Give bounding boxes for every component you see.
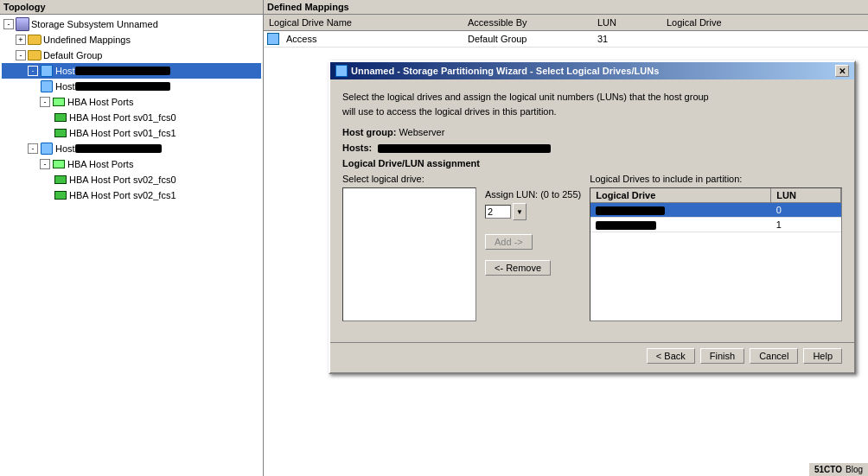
desc-line1: Select the logical drives and assign the… [342,92,709,102]
tree-node-hba-port3[interactable]: HBA Host Port sv02_fcs0 [2,172,261,187]
help-button[interactable]: Help [803,348,842,364]
topology-panel: Topology - Storage Subsystem Unnamed + U… [0,0,264,476]
expand-host2[interactable]: - [28,143,38,154]
expand-undefined[interactable]: + [16,35,26,45]
watermark-blog: Blog [846,465,863,474]
expand-host1[interactable]: - [28,66,38,76]
expand-default[interactable]: - [16,50,26,60]
hba-port3-label: HBA Host Port sv02_fcs0 [69,175,176,185]
hosts-field: Hosts: [342,143,842,153]
select-drive-label: Select logical drive: [342,174,476,184]
dialog-footer: < Back Finish Cancel Help [330,342,854,372]
drive-select-area: Select logical drive: [342,174,476,321]
partition-row-1[interactable]: 0 [590,203,840,218]
host1-redacted [75,67,170,75]
lun-combo[interactable]: ▼ [485,203,527,220]
default-group-label: Default Group [43,50,102,60]
host2-label: Host [55,143,75,154]
access-lun: 31 [592,33,661,45]
partition-table: Logical Drive LUN 0 [590,188,841,232]
host-icon-1d [40,79,54,93]
storage-label: Storage Subsystem Unnamed [31,19,158,29]
hba-port-icon-3 [54,173,67,187]
hosts-label: Hosts: [342,143,372,153]
partition-row-2[interactable]: 1 [590,218,840,232]
col-header-lun: LUN [592,16,661,29]
access-accessible-by: Default Group [463,33,592,45]
add-button[interactable]: Add -> [485,234,533,250]
host-group-field: Host group: Webserver [342,127,842,137]
partition-row2-drive [590,218,771,232]
dialog-title-icon [335,65,348,77]
tree-node-hba-ports1[interactable]: - HBA Host Ports [2,94,261,110]
expand-hba2[interactable]: - [40,159,50,169]
hba-port-icon-1 [54,111,67,124]
tree-node-hba-port1[interactable]: HBA Host Port sv01_fcs0 [2,110,261,125]
host-group-value-text: Webserver [399,127,444,137]
dialog-description: Select the logical drives and assign the… [342,90,842,118]
partition-label: Logical Drives to include in partition: [590,174,842,184]
watermark: 51CTO Blog [809,463,868,476]
remove-button[interactable]: <- Remove [485,260,551,276]
dialog-titlebar: Unnamed - Storage Partitioning Wizard - … [330,62,854,79]
mappings-row-access[interactable]: Access Default Group 31 [264,31,868,48]
tree-node-default-group[interactable]: - Default Group [2,48,261,63]
hba-port1-label: HBA Host Port sv01_fcs0 [69,112,176,123]
storage-icon [16,17,29,31]
finish-button[interactable]: Finish [700,348,744,364]
dialog-close-button[interactable]: ✕ [835,65,849,77]
host1d-redacted [75,82,170,91]
hba-port-icon-4 [54,188,67,202]
hosts-value-redacted [374,143,551,153]
tree-node-host1[interactable]: - Host [2,63,261,79]
tree-node-host1-detail[interactable]: Host [2,79,261,94]
hba-ports1-label: HBA Host Ports [67,97,133,107]
tree-node-undefined[interactable]: + Undefined Mappings [2,32,261,48]
hba-port4-label: HBA Host Port sv02_fcs1 [69,190,176,200]
lun-dropdown-arrow[interactable]: ▼ [513,203,527,220]
folder-icon-undefined [28,33,41,47]
undefined-label: Undefined Mappings [43,35,131,45]
lun-input[interactable] [485,205,511,219]
topology-title: Topology [0,0,263,15]
drive-listbox[interactable] [342,187,476,321]
cancel-button[interactable]: Cancel [750,348,798,364]
mappings-column-headers: Logical Drive Name Accessible By LUN Log… [264,15,868,31]
host2-redacted [75,144,162,153]
tree-node-host2[interactable]: - Host [2,141,261,156]
host1d-label: Host [55,81,75,92]
dialog-body: Select the logical drives and assign the… [330,79,854,342]
expand-hba1[interactable]: - [40,97,50,107]
section-title: Logical Drive/LUN assignment [342,158,842,168]
partition-area: Logical Drives to include in partition: … [590,174,842,321]
access-drive-name: Access [281,33,463,45]
hba-port2-label: HBA Host Port sv01_fcs1 [69,128,176,138]
hba-icon-1 [52,95,66,109]
titlebar-left: Unnamed - Storage Partitioning Wizard - … [335,65,659,77]
lun-controls: Assign LUN: (0 to 255) ▼ Add -> <- Remov… [485,174,581,321]
host1-label: Host [55,66,75,76]
tree-node-hba-port4[interactable]: HBA Host Port sv02_fcs1 [2,187,261,203]
host-icon-2 [40,142,54,155]
partition-wizard-dialog: Unnamed - Storage Partitioning Wizard - … [329,60,856,374]
col-header-logical: Logical Drive [661,16,868,29]
topology-tree[interactable]: - Storage Subsystem Unnamed + Undefined … [0,15,263,476]
partition-row1-drive [590,203,771,218]
host-icon-1 [40,64,54,78]
tree-node-hba-ports2[interactable]: - HBA Host Ports [2,156,261,172]
partition-row2-lun: 1 [771,218,841,232]
tree-node-hba-port2[interactable]: HBA Host Port sv01_fcs1 [2,125,261,141]
partition-table-container[interactable]: Logical Drive LUN 0 [590,187,842,321]
hba-port-icon-2 [54,126,67,140]
lun-assignment-area: Select logical drive: Assign LUN: (0 to … [342,174,842,321]
expand-storage[interactable]: - [3,19,14,29]
hba-icon-2 [52,157,66,171]
back-button[interactable]: < Back [647,348,695,364]
hba-ports2-label: HBA Host Ports [67,159,133,169]
col-header-drive: Logical Drive Name [264,16,463,29]
assign-lun-label: Assign LUN: (0 to 255) [485,189,581,200]
tree-node-storage[interactable]: - Storage Subsystem Unnamed [2,16,261,32]
col-header-accessible: Accessible By [463,16,592,29]
dialog-title: Unnamed - Storage Partitioning Wizard - … [351,66,659,76]
partition-col-lun: LUN [771,188,841,203]
